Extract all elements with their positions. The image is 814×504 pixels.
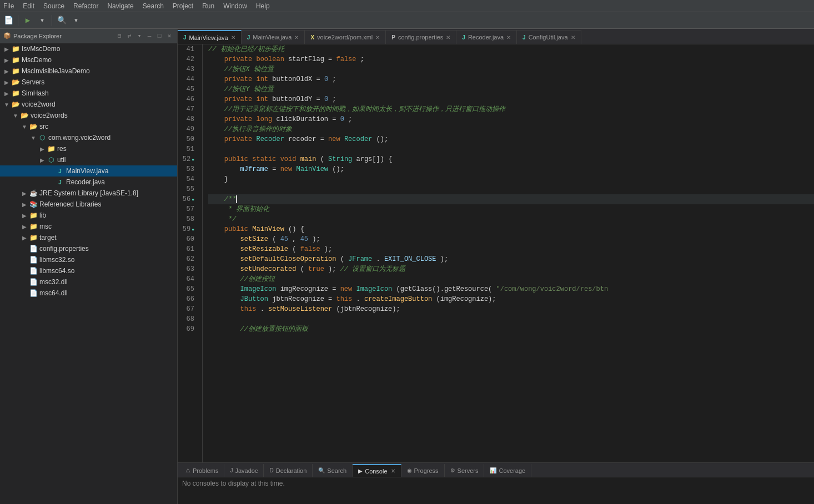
declaration-icon: D [269,467,273,473]
maximize-icon[interactable]: □ [155,32,164,41]
bottom-tab-javadoc[interactable]: J Javadoc [224,464,264,477]
tree-item-MainView[interactable]: J MainView.java [0,165,177,177]
menu-search[interactable]: Search [143,2,164,10]
bottom-tab-declaration[interactable]: D Declaration [264,464,313,477]
tree-toggle-util[interactable]: ▶ [38,157,47,163]
bottom-tab-progress[interactable]: ◉ Progress [401,464,445,477]
bottom-tab-coverage[interactable]: 📊 Coverage [484,464,531,477]
menu-edit[interactable]: Edit [23,2,34,10]
tree-toggle-msc[interactable]: ▶ [20,224,29,230]
tree-item-libmsc64so[interactable]: 📄 libmsc64.so [0,265,177,276]
tree-item-MscInvisibleJavaDemo[interactable]: ▶ 📁 MscInvisibleJavaDemo [0,65,177,77]
tree-toggle-reflibs[interactable]: ▶ [20,201,29,208]
tree-label-res: res [57,145,67,153]
tree-item-res[interactable]: ▶ 📁 res [0,143,177,154]
toolbar-sep2 [52,15,52,26]
tree-label-jre: JRE System Library [JavaSE-1.8] [39,189,138,197]
tab-close-MainView-active[interactable]: ✕ [231,34,235,41]
tree-toggle-voice2word[interactable]: ▼ [2,102,11,108]
tree-toggle-res[interactable]: ▶ [38,146,47,152]
tree-item-IsvMscDemo[interactable]: ▶ 📁 IsvMscDemo [0,43,177,54]
link-editor-icon[interactable]: ⇄ [125,32,134,41]
tab-ConfigUtil[interactable]: J ConfigUtil.java ✕ [517,30,581,44]
menu-project[interactable]: Project [173,2,193,10]
tree-toggle-MscInvisibleJavaDemo[interactable]: ▶ [2,68,11,74]
tree-item-util[interactable]: ▶ ⬡ util [0,154,177,165]
bottom-tab-servers[interactable]: ⚙ Servers [445,464,485,477]
tree-item-msc32dll[interactable]: 📄 msc32.dll [0,276,177,288]
tree-toggle-lib[interactable]: ▶ [20,213,29,219]
tree-item-SimHash[interactable]: ▶ 📁 SimHash [0,88,177,99]
console-close[interactable]: ✕ [391,468,395,474]
tree-toggle-target[interactable]: ▶ [20,235,29,241]
project-icon6: 📂 [20,111,29,120]
bottom-tab-console-label: Console [365,468,387,475]
tree-toggle-IsvMscDemo[interactable]: ▶ [2,46,11,52]
menu-source[interactable]: Source [43,2,64,10]
tree-item-jre[interactable]: ▶ ☕ JRE System Library [JavaSE-1.8] [0,188,177,199]
menu-file[interactable]: File [3,2,14,10]
tab-close-pom[interactable]: ✕ [375,34,380,41]
line-numbers-inner: 41 42 43 44 45 46 47 48 49 50 51 52 53 5… [178,44,199,334]
collapse-all-icon[interactable]: ⊟ [115,32,124,41]
config-icon: 📄 [29,244,38,253]
tab-Recoder[interactable]: J Recoder.java ✕ [456,30,517,44]
toolbar-search-icon[interactable]: 🔍 [56,14,68,27]
bottom-tab-search[interactable]: 🔍 Search [313,464,353,477]
bottom-tab-problems[interactable]: ⚠ Problems [180,464,224,477]
tree-item-voice2word[interactable]: ▼ 📂 voice2word [0,99,177,110]
tree-item-libmsc32so[interactable]: 📄 libmsc32.so [0,254,177,265]
menu-help[interactable]: Help [256,2,270,10]
menu-window[interactable]: Window [223,2,247,10]
tree-label-MscInvisibleJavaDemo: MscInvisibleJavaDemo [22,67,90,75]
tree-toggle-MscDemo[interactable]: ▶ [2,57,11,63]
view-menu-icon[interactable]: ▾ [135,32,144,41]
tab-pom[interactable]: X voice2word/pom.xml ✕ [305,30,386,44]
tree-item-Recoder[interactable]: J Recoder.java [0,177,177,188]
ln-59: 59 [178,224,199,234]
tree-toggle-jre[interactable]: ▶ [20,190,29,196]
tree-item-msc64dll[interactable]: 📄 msc64.dll [0,288,177,299]
toolbar-run-dropdown[interactable]: ▾ [36,14,48,27]
tab-label-ConfigUtil: ConfigUtil.java [529,34,568,41]
tree-item-config[interactable]: 📄 config.properties [0,243,177,254]
bottom-tab-console[interactable]: ▶ Console ✕ [353,464,401,477]
close-icon[interactable]: ✕ [165,32,174,41]
minimize-icon[interactable]: — [145,32,154,41]
tree-item-reflibs[interactable]: ▶ 📚 Referenced Libraries [0,199,177,210]
tree-toggle-voice2words[interactable]: ▼ [11,113,20,119]
tab-MainView2[interactable]: J MainView.java ✕ [242,30,305,44]
menu-navigate[interactable]: Navigate [107,2,133,10]
tree-item-target[interactable]: ▶ 📁 target [0,232,177,243]
tree-toggle-SimHash[interactable]: ▶ [2,90,11,97]
code-editor[interactable]: 41 42 43 44 45 46 47 48 49 50 51 52 53 5… [178,44,814,462]
tree-item-Servers[interactable]: ▶ 📂 Servers [0,77,177,88]
tree-item-lib[interactable]: ▶ 📁 lib [0,210,177,221]
tab-close-Recoder[interactable]: ✕ [506,34,511,41]
tab-close-MainView2[interactable]: ✕ [294,34,299,41]
tab-close-config[interactable]: ✕ [446,34,450,41]
explorer-header: 📦 Package Explorer ⊟ ⇄ ▾ — □ ✕ [0,29,177,43]
menu-refactor[interactable]: Refactor [73,2,98,10]
tab-MainView-active[interactable]: J MainView.java ✕ [178,30,242,44]
tree-toggle-src[interactable]: ▼ [20,124,29,130]
menu-run[interactable]: Run [202,2,214,10]
toolbar-search-dropdown[interactable]: ▾ [70,14,82,27]
tree-container[interactable]: ▶ 📁 IsvMscDemo ▶ 📁 MscDemo ▶ 📁 MscInvisi… [0,43,177,504]
ln-58: 58 [178,214,199,224]
tree-item-voice2words[interactable]: ▼ 📂 voice2words [0,110,177,121]
toolbar-new-icon[interactable]: 📄 [2,14,14,27]
ln-47: 47 [178,104,199,114]
tree-item-package[interactable]: ▼ ⬡ com.wong.voic2word [0,132,177,143]
tab-config[interactable]: P config.properties ✕ [386,30,456,44]
toolbar-run-icon[interactable]: ▶ [22,14,34,27]
tree-toggle-package[interactable]: ▼ [29,135,38,141]
code-content[interactable]: // 初始化已经/初步委托 private boolean startFlag … [203,44,814,462]
tree-toggle-Servers[interactable]: ▶ [2,79,11,85]
tab-close-ConfigUtil[interactable]: ✕ [571,34,575,41]
tree-item-src[interactable]: ▼ 📂 src [0,121,177,132]
progress-icon: ◉ [407,467,412,473]
bottom-tab-javadoc-label: Javadoc [235,467,258,474]
tree-item-msc[interactable]: ▶ 📁 msc [0,221,177,232]
tree-item-MscDemo[interactable]: ▶ 📁 MscDemo [0,54,177,65]
